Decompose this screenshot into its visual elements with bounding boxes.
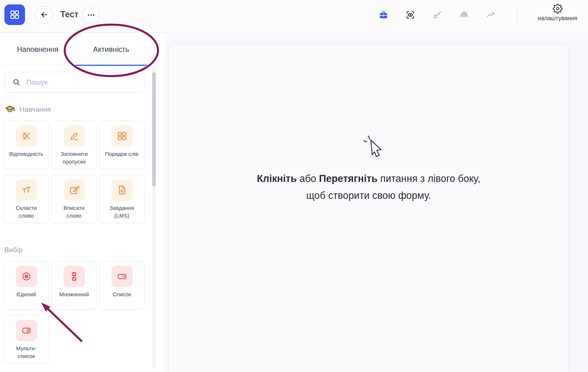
section-header: Вибір xyxy=(0,245,151,255)
people-icon xyxy=(459,10,469,20)
pencil-icon xyxy=(69,130,80,142)
card-icon-tile xyxy=(16,320,37,341)
card-label: Список xyxy=(113,290,131,298)
card-radio[interactable]: Єдиний xyxy=(4,261,49,310)
apps-grid-icon xyxy=(9,9,20,20)
edit-square-icon xyxy=(69,185,80,196)
form-canvas-dropzone[interactable]: Клікніть або Перетягніть питання з лівог… xyxy=(168,43,569,372)
card-label: Скласти слово xyxy=(9,204,44,219)
sidebar-tabs: Наповнення Активність xyxy=(0,33,165,65)
header-divider xyxy=(517,4,517,27)
document-icon xyxy=(116,185,128,196)
trend-up-icon xyxy=(486,10,496,20)
card-icon-tile xyxy=(111,266,133,287)
card-letters-tt[interactable]: Скласти слово xyxy=(4,175,49,223)
card-icon-tile xyxy=(16,125,37,147)
grid-squares-icon xyxy=(116,130,128,142)
search-box xyxy=(4,72,144,93)
card-label: Множинний xyxy=(59,290,89,298)
card-label: Порядок слів xyxy=(105,150,139,158)
card-icon-tile xyxy=(64,125,85,147)
section-choice: ВибірЄдинийМножиннийСписокМульти-список xyxy=(0,245,151,364)
card-label: Єдиний xyxy=(17,290,36,298)
eye-scan-button[interactable] xyxy=(405,10,415,20)
card-label: Завдання (LMS) xyxy=(104,204,140,219)
card-label: Мульти-список xyxy=(9,344,44,360)
radio-icon xyxy=(21,271,32,282)
card-match-arrows[interactable]: Відповідність xyxy=(4,121,49,169)
card-document[interactable]: Завдання (LMS) xyxy=(99,175,144,223)
card-label: Відповідність xyxy=(9,150,43,158)
settings-button[interactable]: налаштування xyxy=(528,4,587,22)
match-arrows-icon xyxy=(21,130,32,142)
card-icon-tile xyxy=(111,179,133,201)
card-grid-squares[interactable]: Порядок слів xyxy=(99,121,144,169)
letters-tt-icon xyxy=(21,185,32,196)
header-toolbar xyxy=(379,5,496,24)
click-cursor-icon xyxy=(361,132,383,160)
card-pencil[interactable]: Заповнити пропуски xyxy=(51,121,97,169)
back-arrow-icon xyxy=(40,10,49,19)
question-types-sidebar: Наповнення Активність НавчанняВідповідні… xyxy=(0,33,165,372)
search-icon xyxy=(12,78,21,86)
card-icon-tile xyxy=(16,266,37,287)
card-dropdown[interactable]: Список xyxy=(99,261,144,310)
graduation-cap-icon xyxy=(5,105,15,114)
checkboxes-icon xyxy=(69,271,80,282)
top-bar: Тест налаштування xyxy=(0,0,588,33)
people-button[interactable] xyxy=(459,10,469,20)
tab-activity-label: Активність xyxy=(93,45,129,54)
key-icon xyxy=(432,10,442,20)
key-button[interactable] xyxy=(432,10,442,20)
trend-up-button[interactable] xyxy=(486,10,496,20)
card-edit-square[interactable]: Вписати слово xyxy=(51,175,97,223)
more-options-button[interactable] xyxy=(84,8,98,22)
tab-content[interactable]: Наповнення xyxy=(0,33,75,65)
apps-grid-button[interactable] xyxy=(4,4,25,25)
card-icon-tile xyxy=(16,179,37,201)
active-tab-indicator xyxy=(75,65,147,66)
tab-activity[interactable]: Активність xyxy=(75,33,147,65)
section-title: Вибір xyxy=(4,246,22,254)
settings-label: налаштування xyxy=(538,15,577,22)
gear-icon xyxy=(553,4,563,14)
card-icon-tile xyxy=(64,266,85,287)
back-button[interactable] xyxy=(35,6,53,24)
card-icon-tile xyxy=(111,125,133,147)
eye-scan-icon xyxy=(405,10,415,20)
dropdown-icon xyxy=(116,271,128,282)
card-label: Вписати слово xyxy=(57,204,92,219)
briefcase-icon xyxy=(379,10,388,20)
canvas-hint-text: Клікніть або Перетягніть питання з лівог… xyxy=(169,170,569,204)
section-learning: НавчанняВідповідністьЗаповнити пропускиП… xyxy=(0,104,151,223)
card-checkboxes[interactable]: Множинний xyxy=(51,261,97,310)
briefcase-button[interactable] xyxy=(379,10,388,20)
section-title: Навчання xyxy=(19,105,51,114)
page-title: Тест xyxy=(60,10,78,19)
sidebar-scrollbar-thumb[interactable] xyxy=(152,72,156,186)
card-multi-dropdown[interactable]: Мульти-список xyxy=(4,315,49,364)
section-header: Навчання xyxy=(0,104,151,115)
card-label: Заповнити пропуски xyxy=(57,150,92,165)
search-input[interactable] xyxy=(26,78,129,86)
multi-dropdown-icon xyxy=(21,325,32,336)
card-icon-tile xyxy=(64,179,85,201)
